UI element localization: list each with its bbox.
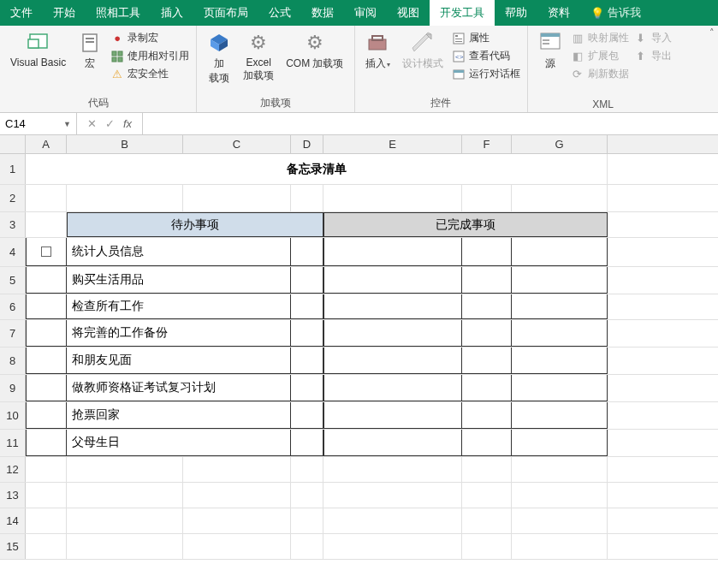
- cell[interactable]: [26, 457, 67, 482]
- cell[interactable]: [67, 534, 183, 559]
- cell[interactable]: [26, 375, 67, 401]
- cell[interactable]: [512, 185, 608, 211]
- cell[interactable]: [291, 375, 323, 401]
- cell[interactable]: [462, 457, 512, 482]
- cell[interactable]: [512, 430, 608, 456]
- todo-item-cell[interactable]: 检查所有工作: [67, 294, 291, 319]
- col-header[interactable]: G: [512, 135, 608, 153]
- row-header[interactable]: 14: [0, 508, 26, 533]
- tab-data[interactable]: 数据: [301, 0, 344, 26]
- todo-item-cell[interactable]: 父母生日: [67, 430, 291, 456]
- cell[interactable]: [462, 347, 512, 374]
- tell-me[interactable]: 💡 告诉我: [580, 0, 651, 26]
- macro-security-button[interactable]: ⚠ 宏安全性: [110, 67, 189, 81]
- row-header[interactable]: 2: [0, 185, 26, 211]
- row-header[interactable]: 9: [0, 375, 26, 401]
- row-header[interactable]: 4: [0, 238, 26, 266]
- todo-item-cell[interactable]: 抢票回家: [67, 402, 291, 429]
- row-header[interactable]: 12: [0, 457, 26, 482]
- cell[interactable]: [291, 402, 323, 429]
- cell[interactable]: [512, 294, 608, 319]
- tab-developer[interactable]: 开发工具: [430, 0, 495, 26]
- cell[interactable]: [291, 294, 323, 319]
- col-header[interactable]: A: [26, 135, 67, 153]
- cell[interactable]: [462, 320, 512, 347]
- cell[interactable]: [67, 483, 183, 508]
- cell[interactable]: [183, 508, 291, 533]
- row-header[interactable]: 15: [0, 534, 26, 559]
- cell[interactable]: [323, 430, 462, 456]
- name-box[interactable]: C14 ▼: [0, 113, 77, 134]
- cell[interactable]: [512, 267, 608, 294]
- cell[interactable]: [26, 347, 67, 374]
- cell[interactable]: [323, 185, 462, 211]
- cell[interactable]: [183, 185, 291, 211]
- cell[interactable]: [67, 457, 183, 482]
- col-header[interactable]: C: [183, 135, 291, 153]
- cell[interactable]: [512, 508, 608, 533]
- collapse-ribbon-button[interactable]: ˄: [709, 27, 715, 39]
- cell[interactable]: [67, 185, 183, 211]
- cell[interactable]: [462, 430, 512, 456]
- cell[interactable]: [26, 212, 67, 237]
- todo-item-cell[interactable]: 将完善的工作备份: [67, 320, 291, 347]
- done-header-cell[interactable]: 已完成事项: [323, 212, 608, 237]
- cell[interactable]: [323, 508, 462, 533]
- tab-review[interactable]: 审阅: [344, 0, 387, 26]
- cell[interactable]: [462, 238, 512, 266]
- col-header[interactable]: F: [462, 135, 512, 153]
- export-button[interactable]: ⬆ 导出: [634, 49, 672, 63]
- confirm-icon[interactable]: ✓: [105, 117, 115, 130]
- cell[interactable]: [512, 402, 608, 429]
- cell[interactable]: [291, 457, 323, 482]
- cell[interactable]: [512, 347, 608, 374]
- properties-button[interactable]: 属性: [452, 31, 520, 45]
- excel-addins-button[interactable]: ⚙ Excel 加载项: [240, 29, 277, 85]
- cell[interactable]: [323, 320, 462, 347]
- todo-item-cell[interactable]: 购买生活用品: [67, 267, 291, 294]
- com-addins-button[interactable]: ⚙ COM 加载项: [282, 29, 347, 73]
- col-header[interactable]: B: [67, 135, 183, 153]
- cell[interactable]: [26, 534, 67, 559]
- cell[interactable]: [26, 508, 67, 533]
- cell[interactable]: [323, 294, 462, 319]
- cell[interactable]: [512, 457, 608, 482]
- select-all-corner[interactable]: [0, 135, 26, 153]
- tab-home[interactable]: 开始: [43, 0, 86, 26]
- cell[interactable]: [291, 267, 323, 294]
- todo-header-cell[interactable]: 待办事项: [67, 212, 323, 237]
- visual-basic-button[interactable]: Visual Basic: [7, 29, 69, 70]
- cell[interactable]: [462, 508, 512, 533]
- expansion-button[interactable]: ◧ 扩展包: [571, 49, 629, 63]
- cell[interactable]: [323, 534, 462, 559]
- cell[interactable]: [291, 430, 323, 456]
- cell[interactable]: [183, 534, 291, 559]
- tab-info[interactable]: 资料: [537, 0, 580, 26]
- cell[interactable]: [291, 508, 323, 533]
- col-header[interactable]: E: [323, 135, 462, 153]
- row-header[interactable]: 11: [0, 430, 26, 456]
- title-cell[interactable]: 备忘录清单: [26, 154, 608, 184]
- cell[interactable]: [462, 267, 512, 294]
- row-header[interactable]: 13: [0, 483, 26, 508]
- tab-view[interactable]: 视图: [387, 0, 430, 26]
- cell[interactable]: [323, 238, 462, 266]
- tab-camera[interactable]: 照相工具: [86, 0, 151, 26]
- cell[interactable]: [462, 185, 512, 211]
- chevron-down-icon[interactable]: ▼: [63, 120, 71, 128]
- cell[interactable]: [462, 294, 512, 319]
- col-header[interactable]: D: [291, 135, 323, 153]
- row-header[interactable]: 3: [0, 212, 26, 237]
- run-dialog-button[interactable]: 运行对话框: [452, 67, 520, 81]
- xml-source-button[interactable]: 源: [535, 29, 566, 73]
- cell[interactable]: [512, 534, 608, 559]
- cell[interactable]: [183, 457, 291, 482]
- cell[interactable]: [26, 430, 67, 456]
- record-macro-button[interactable]: ● 录制宏: [110, 31, 189, 45]
- row-header[interactable]: 8: [0, 347, 26, 374]
- cell[interactable]: [512, 375, 608, 401]
- cell[interactable]: [26, 238, 67, 266]
- insert-control-button[interactable]: 插入▾: [362, 29, 394, 73]
- row-header[interactable]: 7: [0, 320, 26, 347]
- cell[interactable]: [67, 508, 183, 533]
